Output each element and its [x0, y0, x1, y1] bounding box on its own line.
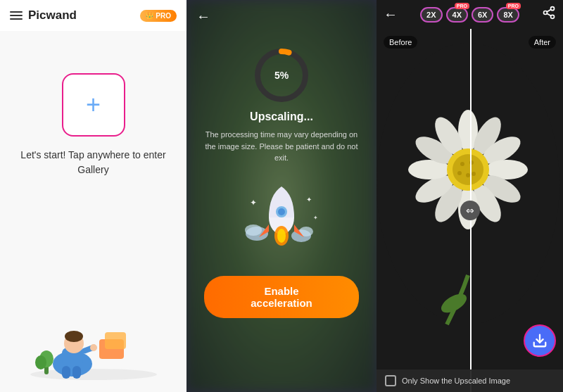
upscaling-panel: ← 5% Upscaling... The processing time ma…	[186, 0, 377, 392]
upscaling-desc: The processing time may vary depending o…	[186, 123, 377, 170]
bottom-bar: Only Show the Upscaled Image	[377, 369, 563, 392]
svg-text:✦: ✦	[313, 215, 318, 221]
top-bar: Picwand PRO	[0, 0, 186, 31]
rocket-illustration: ✦ ✦ ✦	[239, 181, 324, 259]
pro-badge[interactable]: PRO	[140, 10, 177, 22]
svg-line-31	[547, 13, 551, 15]
illustration	[0, 279, 186, 392]
scale-2x-button[interactable]: 2X	[420, 7, 442, 23]
before-label: Before	[384, 36, 417, 49]
enable-acceleration-button[interactable]: Enable acceleration	[204, 276, 359, 318]
rocket-svg: ✦ ✦ ✦	[239, 181, 324, 251]
svg-rect-2	[62, 366, 70, 379]
scale-6x-button[interactable]: 6X	[472, 7, 493, 23]
progress-text: 5%	[274, 70, 289, 81]
compare-back-button[interactable]: ←	[384, 6, 398, 23]
svg-point-6	[65, 331, 83, 342]
svg-point-13	[35, 355, 46, 369]
after-label: After	[529, 36, 556, 49]
upscaling-title: Upscaling...	[250, 110, 313, 123]
scale-8x-button[interactable]: 8X	[497, 7, 519, 23]
upscaling-back-button[interactable]: ←	[186, 0, 220, 33]
top-bar-left: Picwand	[10, 8, 77, 23]
svg-point-50	[460, 162, 464, 166]
upscaling-content: ← 5% Upscaling... The processing time ma…	[186, 0, 377, 392]
download-icon	[532, 333, 548, 348]
add-button[interactable]: +	[62, 73, 125, 137]
svg-rect-3	[72, 366, 81, 379]
svg-point-22	[278, 208, 285, 215]
svg-point-49	[453, 154, 483, 185]
divider-handle[interactable]: ⇔	[460, 201, 480, 220]
gallery-text[interactable]: Let's start! Tap anywhere to enterGaller…	[20, 148, 165, 177]
svg-point-17	[245, 225, 262, 236]
download-button[interactable]	[524, 324, 556, 357]
svg-point-53	[472, 172, 476, 176]
scale-buttons: 2X 4X 6X 8X	[420, 7, 519, 23]
svg-text:✦: ✦	[250, 198, 257, 208]
app-title: Picwand	[28, 8, 77, 23]
add-icon: +	[86, 92, 101, 118]
pro-label: PRO	[156, 12, 171, 20]
home-panel: Picwand PRO + Let's start! Tap anywhere …	[0, 0, 186, 392]
checkbox-icon[interactable]	[385, 375, 396, 386]
svg-line-32	[547, 9, 551, 11]
svg-point-24	[277, 229, 286, 243]
svg-point-0	[30, 369, 157, 380]
scale-4x-button[interactable]: 4X	[446, 7, 468, 23]
compare-top-bar: ← 2X 4X 6X 8X	[377, 0, 563, 29]
svg-rect-10	[105, 332, 126, 349]
bottom-bar-text: Only Show the Upscaled Image	[402, 377, 510, 385]
compare-image-area[interactable]: Before After ⇔	[377, 29, 563, 392]
compare-panel: ← 2X 4X 6X 8X	[377, 0, 563, 392]
svg-text:✦: ✦	[306, 196, 312, 203]
svg-point-52	[457, 171, 462, 175]
share-button[interactable]	[542, 6, 556, 23]
progress-ring: 5%	[253, 47, 310, 103]
svg-point-8	[90, 344, 97, 351]
share-icon	[542, 6, 556, 20]
home-illustration	[23, 286, 164, 385]
hamburger-icon[interactable]	[10, 11, 23, 20]
